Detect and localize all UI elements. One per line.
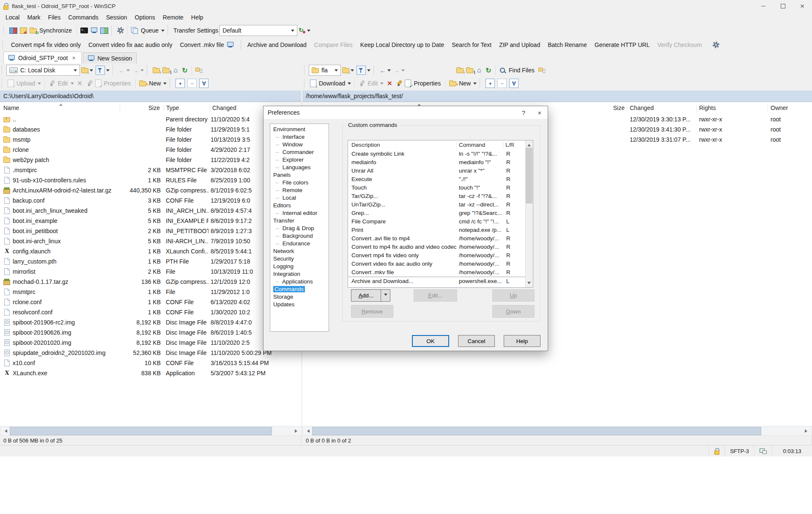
open-terminal-button[interactable] xyxy=(79,26,89,35)
remote-rename-button[interactable] xyxy=(394,79,403,88)
custom-command-button[interactable]: Batch Rename xyxy=(544,40,591,50)
local-filter-button[interactable] xyxy=(94,64,111,76)
remote-properties-button[interactable]: Properties xyxy=(403,78,443,88)
custom-command-button[interactable]: Search for Text xyxy=(448,40,495,50)
local-file-row[interactable]: web2py patch File folder 11/22/2019 4:2 xyxy=(0,155,301,165)
local-file-row[interactable]: databases File folder 11/29/2019 5:1 xyxy=(0,124,301,135)
preferences-tree-item[interactable]: Storage xyxy=(270,293,329,301)
toolbar-grip[interactable] xyxy=(480,79,483,88)
preferences-tree-item[interactable]: Commands xyxy=(270,286,329,293)
local-path-bar[interactable]: C:\Users\Larry\Downloads\Odroid\ xyxy=(0,91,301,102)
local-file-row[interactable]: spiboot-201906-rc2.img 8,192 KB Disc Ima… xyxy=(0,317,301,327)
custom-command-row[interactable]: Tar/GZip... tar -cz -f "!?&... R xyxy=(348,192,526,201)
custom-command-row[interactable]: Convert video fix aac audio only /home/w… xyxy=(348,260,526,268)
scroll-right-icon[interactable] xyxy=(292,426,302,436)
commands-vertical-scrollbar[interactable] xyxy=(525,140,533,287)
preferences-tree-item[interactable]: Applications xyxy=(270,278,329,286)
local-refresh-button[interactable] xyxy=(180,66,189,75)
local-edit-button[interactable]: Edit xyxy=(47,79,75,88)
custom-command-row[interactable]: mediainfo mediainfo "!" R xyxy=(348,158,526,167)
custom-command-row[interactable]: Convert .avi file to mp4 /home/woody/...… xyxy=(348,234,526,243)
local-horizontal-scrollbar[interactable] xyxy=(0,426,302,436)
preferences-tree-item[interactable]: Logging xyxy=(270,263,329,270)
custom-command-button[interactable]: Convert .mkv file xyxy=(176,40,241,50)
remote-back-button[interactable] xyxy=(378,66,392,75)
menu-item[interactable]: Files xyxy=(44,13,65,22)
preferences-button[interactable] xyxy=(116,26,125,35)
local-back-button[interactable] xyxy=(117,66,131,75)
menu-item[interactable]: Mark xyxy=(23,13,44,22)
local-open-directory-button[interactable] xyxy=(80,66,94,74)
console-commands-button[interactable] xyxy=(89,26,99,35)
custom-command-row[interactable]: Print notepad.exe /p... L xyxy=(348,226,526,234)
cancel-button[interactable]: Cancel xyxy=(458,335,495,347)
menu-item[interactable]: Help xyxy=(187,13,207,22)
local-new-button[interactable]: New xyxy=(138,79,168,88)
session-tab[interactable]: Odroid_SFTP_root xyxy=(3,52,82,63)
menu-item[interactable]: Commands xyxy=(64,13,102,22)
custom-command-row[interactable]: Archive and Download... powershell.exe..… xyxy=(348,277,526,286)
preferences-tree-item[interactable]: Endurance xyxy=(270,240,329,247)
scroll-down-icon[interactable] xyxy=(526,280,532,287)
local-root-directory-button[interactable] xyxy=(161,66,171,74)
column-header-description[interactable]: Description xyxy=(351,142,380,148)
scroll-up-icon[interactable] xyxy=(526,140,532,148)
local-file-row[interactable]: mirrorlist 2 KB File 10/13/2019 11:0 xyxy=(0,267,301,277)
custom-command-row[interactable]: File Compare cmd /c fc "!" "!... L xyxy=(348,217,526,226)
local-file-row[interactable]: ArchLinuxARM-odroid-n2-latest.tar.gz 440… xyxy=(0,185,301,195)
local-file-row[interactable]: rclone File folder 4/29/2020 2:17 xyxy=(0,145,301,155)
session-tab[interactable]: New Session xyxy=(83,52,137,63)
preferences-tree-item[interactable]: Commander xyxy=(270,148,329,156)
protocol-cell[interactable]: SFTP-3 xyxy=(724,445,754,456)
column-header-name[interactable]: Name xyxy=(3,104,19,111)
toolbar-grip[interactable] xyxy=(3,40,5,49)
custom-command-button[interactable]: Convert video fix aac audio only xyxy=(85,40,176,50)
local-file-row[interactable]: 91-usb-x10-controllers.rules 1 KB RULES … xyxy=(0,175,301,185)
upload-button[interactable]: Upload xyxy=(6,78,42,88)
local-invert-selection-button[interactable] xyxy=(198,77,210,89)
custom-command-button[interactable]: Convert mp4 fix video only xyxy=(7,40,85,50)
down-button[interactable]: Down xyxy=(492,305,535,318)
scrollbar-thumb[interactable] xyxy=(312,427,761,435)
remove-button[interactable]: Remove xyxy=(351,305,393,318)
custom-command-row[interactable]: UnTar/GZip... tar -xz --direct... R xyxy=(348,201,526,209)
connection-cell[interactable] xyxy=(754,445,772,456)
preferences-tree-item[interactable]: Remote xyxy=(270,187,329,194)
local-file-row[interactable]: XLaunch.exe 838 KB Application 5/3/2007 … xyxy=(0,368,301,378)
column-header-lr[interactable]: L/R xyxy=(505,142,514,148)
synchronize-button[interactable]: Synchronize xyxy=(28,26,74,35)
local-file-row[interactable]: boot.ini_example 5 KB INI_EXAMPLE F... 8… xyxy=(0,216,301,226)
local-file-row[interactable]: backup.conf 3 KB CONF File 12/19/2019 6:… xyxy=(0,195,301,206)
toolbar-grip[interactable] xyxy=(147,66,150,75)
toolbar-grip[interactable] xyxy=(2,66,5,75)
remote-parent-directory-button[interactable] xyxy=(455,66,465,74)
remote-horizontal-scrollbar[interactable] xyxy=(302,426,812,436)
transfer-preset-cycle-button[interactable] xyxy=(297,26,312,35)
close-tab-icon[interactable] xyxy=(71,55,77,61)
remote-unselect-button[interactable] xyxy=(496,77,508,89)
custom-command-row[interactable]: Grep... grep "!?&Searc... R xyxy=(348,209,526,217)
local-forward-button[interactable] xyxy=(131,66,145,75)
transfer-preset-select[interactable]: Default xyxy=(219,25,297,36)
local-delete-button[interactable] xyxy=(75,79,85,88)
column-header-rights[interactable]: Rights xyxy=(699,104,716,111)
preferences-tree-item[interactable]: Background xyxy=(270,232,329,240)
download-button[interactable]: Download xyxy=(309,78,352,88)
up-button[interactable]: Up xyxy=(492,289,535,302)
local-parent-directory-button[interactable] xyxy=(151,66,161,74)
ok-button[interactable]: OK xyxy=(412,335,449,347)
scroll-left-icon[interactable] xyxy=(303,426,312,436)
scroll-right-icon[interactable] xyxy=(802,426,812,436)
remote-path-bar[interactable]: /home/www/flask_projects/flask_test/ xyxy=(302,91,812,102)
remote-delete-button[interactable] xyxy=(385,79,394,88)
local-file-row[interactable]: .msmtprc 2 KB MSMTPRC File 3/20/2018 6:0… xyxy=(0,165,301,175)
toolbar-grip[interactable] xyxy=(304,66,307,75)
toolbar-grip[interactable] xyxy=(3,26,6,35)
session-manager-button[interactable] xyxy=(19,26,28,35)
custom-command-row[interactable]: Unrar All unrar x "*" R xyxy=(348,167,526,175)
add-dropdown-button[interactable] xyxy=(381,289,390,302)
local-file-row[interactable]: spiboot-20190626.img 8,192 KB Disc Image… xyxy=(0,327,301,338)
column-header-size[interactable]: Size xyxy=(121,104,160,111)
remote-new-button[interactable]: New xyxy=(448,79,478,88)
local-file-row[interactable]: boot.ini_petitboot 2 KB INI_PETITBOOT...… xyxy=(0,226,301,236)
